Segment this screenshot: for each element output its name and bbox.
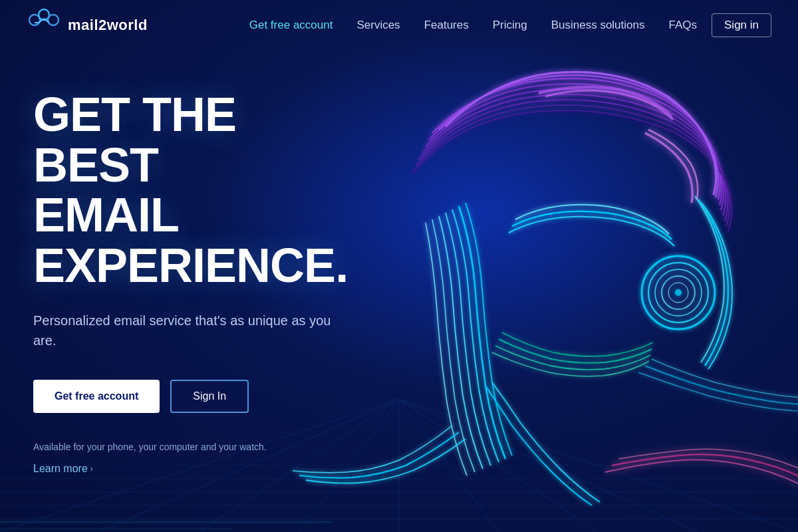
availability-text: Available for your phone, your computer … xyxy=(33,440,346,454)
nav-get-free-account[interactable]: Get free account xyxy=(240,13,342,37)
get-free-account-button[interactable]: Get free account xyxy=(33,380,160,413)
cta-buttons: Get free account Sign In xyxy=(33,380,346,413)
hero-title-line1: GET THE BEST xyxy=(33,88,236,192)
nav-sign-in[interactable]: Sign in xyxy=(712,13,771,37)
logo-icon xyxy=(27,8,61,43)
header: mail2world Get free account Services Fea… xyxy=(0,0,798,50)
hero-title-line3: EXPERIENCE. xyxy=(33,239,348,292)
hero-section: GET THE BEST EMAIL EXPERIENCE. Personali… xyxy=(0,50,372,475)
logo-text: mail2world xyxy=(68,17,148,34)
hero-subtitle: Personalized email service that's as uni… xyxy=(33,311,346,350)
hero-title: GET THE BEST EMAIL EXPERIENCE. xyxy=(33,90,346,291)
hero-title-line2: EMAIL xyxy=(33,188,179,241)
nav-faqs[interactable]: FAQs xyxy=(660,13,707,37)
nav-pricing[interactable]: Pricing xyxy=(483,13,537,37)
nav-features[interactable]: Features xyxy=(415,13,478,37)
nav-business-solutions[interactable]: Business solutions xyxy=(542,13,654,37)
nav-services[interactable]: Services xyxy=(347,13,409,37)
chevron-right-icon: › xyxy=(90,464,93,473)
sign-in-button[interactable]: Sign In xyxy=(170,380,249,413)
learn-more-link[interactable]: Learn more › xyxy=(33,463,93,475)
main-nav: Get free account Services Features Prici… xyxy=(240,13,771,37)
learn-more-text: Learn more xyxy=(33,463,88,475)
svg-point-24 xyxy=(48,15,59,25)
logo[interactable]: mail2world xyxy=(27,8,148,43)
